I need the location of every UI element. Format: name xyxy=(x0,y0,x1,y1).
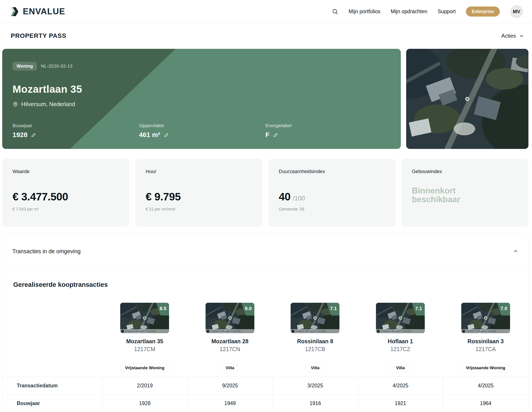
fact-value-energielabel: F xyxy=(265,131,269,139)
chevron-up-icon[interactable] xyxy=(513,249,518,254)
map-marker-dot xyxy=(143,316,146,320)
property-card-address: Mozartlaan 35 xyxy=(126,338,163,345)
transaction-date-cell: 2/2019 xyxy=(102,377,187,394)
nav-item-mijn-opdrachten[interactable]: Mijn opdrachten xyxy=(391,9,428,15)
stat-value-suffix: /100 xyxy=(293,195,305,202)
transactions-section-title: Transacties in de omgeving xyxy=(12,248,81,255)
property-card[interactable]: 7.1 i © Maxar © Mapbox © OpenStr Hoflaan… xyxy=(358,303,443,373)
map-info-icon[interactable]: i xyxy=(292,330,294,333)
transactions-section: Transacties in de omgeving Gerealiseerde… xyxy=(2,234,528,412)
transaction-date-cell: 3/2025 xyxy=(273,377,358,394)
transaction-date-cell: 4/2025 xyxy=(358,377,443,394)
nav-item-support[interactable]: Support xyxy=(438,9,456,15)
brand-logo[interactable]: ENVALUE xyxy=(11,7,65,16)
property-card[interactable]: 8.5 i © Maxar © Mapbox © OpenStr Mozartl… xyxy=(102,303,187,373)
fact-value-bouwjaar: 1928 xyxy=(12,131,28,139)
plan-badge[interactable]: Enterprise xyxy=(466,7,500,17)
row-label-bouwjaar: Bouwjaar xyxy=(2,394,102,412)
stat-label: Huur xyxy=(146,169,252,174)
property-card[interactable]: 7.0 i © Maxar © Mapbox © OpenStr Rossini… xyxy=(443,303,528,373)
property-thumbnail[interactable]: 7.0 i © Maxar © Mapbox © OpenStr xyxy=(461,303,510,333)
property-hero-card: Woning NL-2026-02-13 Mozartlaan 35 Hilve… xyxy=(2,49,401,149)
top-nav: ENVALUE Mijn portfolios Mijn opdrachten … xyxy=(0,0,532,23)
transactions-cards-row: 8.5 i © Maxar © Mapbox © OpenStr Mozartl… xyxy=(2,303,528,373)
page-title: PROPERTY PASS xyxy=(11,32,66,39)
build-year-row: Bouwjaar 19281949191619211964 xyxy=(2,394,528,412)
property-thumbnail[interactable]: 8.5 i © Maxar © Mapbox © OpenStr xyxy=(120,303,169,333)
actions-dropdown[interactable]: Acties xyxy=(501,33,524,39)
map-info-icon[interactable]: i xyxy=(462,330,465,333)
edit-oppervlakte-pencil-icon[interactable] xyxy=(164,132,169,137)
chevron-down-icon xyxy=(519,33,524,38)
property-thumbnail[interactable]: 7.1 i © Maxar © Mapbox © OpenStr xyxy=(291,303,339,333)
map-attribution: i © Maxar © Mapbox © OpenStr xyxy=(120,329,169,333)
property-card-postcode: 1217CA xyxy=(475,346,496,353)
stat-label: Duurzaamheidsindex xyxy=(279,169,385,174)
transaction-date-row: Transactiedatum 2/20199/20253/20254/2025… xyxy=(2,377,528,394)
map-marker-dot xyxy=(465,97,469,101)
stat-value: € 9.795 xyxy=(146,191,252,203)
property-card-address: Rossinilaan 3 xyxy=(467,338,504,345)
stat-value: € 3.477.500 xyxy=(12,191,119,203)
property-card-address: Mozartlaan 28 xyxy=(211,338,248,345)
property-card-postcode: 1217CZ xyxy=(390,346,410,353)
property-type-badge: Woning xyxy=(12,62,37,70)
transaction-date-cell: 4/2025 xyxy=(443,377,528,394)
row-label-transactiedatum: Transactiedatum xyxy=(2,377,102,394)
map-marker-dot xyxy=(399,316,402,320)
property-satellite-image[interactable] xyxy=(406,49,528,149)
property-card[interactable]: 7.1 i © Maxar © Mapbox © OpenStr Rossini… xyxy=(273,303,358,373)
stat-card-duurzaamheidsindex: Duurzaamheidsindex 40 /100 Gemeente: 58 xyxy=(268,159,395,227)
location-pin-icon xyxy=(12,101,18,107)
edit-bouwjaar-pencil-icon[interactable] xyxy=(31,132,36,137)
nav-item-mijn-portfolios[interactable]: Mijn portfolios xyxy=(349,9,380,15)
map-attribution: i © Maxar © Mapbox © OpenStr xyxy=(376,329,425,333)
property-location: Hilversum, Nederland xyxy=(21,101,75,107)
stat-label: Gebouwindex xyxy=(412,169,518,174)
fact-label-oppervlakte: Oppervlakte xyxy=(139,123,266,128)
stat-card-gebouwindex: Gebouwindex Binnenkort beschikbaar xyxy=(402,159,529,227)
build-year-cell: 1916 xyxy=(273,394,358,412)
stat-sub: € 21 per m²/mnd xyxy=(146,207,252,211)
map-attribution: i © Maxar © Mapbox © OpenStr xyxy=(291,329,339,333)
map-info-icon[interactable]: i xyxy=(206,330,209,333)
map-attribution: i © Maxar © Mapbox © OpenStr xyxy=(461,329,510,333)
property-card-postcode: 1217CB xyxy=(305,346,325,353)
fact-label-bouwjaar: Bouwjaar xyxy=(12,123,139,128)
property-thumbnail[interactable]: 7.1 i © Maxar © Mapbox © OpenStr xyxy=(376,303,425,333)
actions-label: Acties xyxy=(501,33,516,39)
build-year-cell: 1921 xyxy=(358,394,443,412)
fact-label-energielabel: Energielabel xyxy=(265,123,392,128)
stat-sub: € 7.543 per m² xyxy=(12,207,119,211)
property-card-address: Rossinilaan 8 xyxy=(297,338,333,345)
build-year-cell: 1928 xyxy=(102,394,187,412)
stat-label: Waarde xyxy=(12,169,119,174)
property-type-pill: Vrijstaande Woning xyxy=(461,363,511,373)
property-card[interactable]: 8.0 i © Maxar © Mapbox © OpenStr Mozartl… xyxy=(187,303,273,373)
property-address-title: Mozartlaan 35 xyxy=(12,83,390,95)
user-avatar[interactable]: MV xyxy=(510,5,523,18)
property-card-address: Hoflaan 1 xyxy=(388,338,413,345)
row-label-spacer xyxy=(2,303,102,373)
stat-placeholder: Binnenkort beschikbaar xyxy=(412,187,475,204)
map-marker-dot xyxy=(228,316,231,320)
stat-sub: Gemeente: 58 xyxy=(279,207,385,211)
fact-value-oppervlakte: 461 m² xyxy=(139,131,160,139)
transactions-section-header[interactable]: Transacties in de omgeving xyxy=(2,234,528,268)
subsection-title: Gerealiseerde kooptransacties xyxy=(13,281,528,288)
transaction-date-cell: 9/2025 xyxy=(187,377,273,394)
property-type-pill: Villa xyxy=(391,363,410,373)
map-marker-dot xyxy=(314,316,317,320)
property-type-pill: Villa xyxy=(306,363,325,373)
map-info-icon[interactable]: i xyxy=(121,330,124,333)
map-attribution: i © Maxar © Mapbox © OpenStr xyxy=(206,329,254,333)
map-marker-dot xyxy=(484,316,487,320)
search-icon[interactable] xyxy=(332,9,338,15)
edit-energielabel-pencil-icon[interactable] xyxy=(273,132,278,137)
map-info-icon[interactable]: i xyxy=(377,330,380,333)
stat-card-huur: Huur € 9.795 € 21 per m²/mnd xyxy=(135,159,262,227)
stat-card-waarde: Waarde € 3.477.500 € 7.543 per m² xyxy=(2,159,129,227)
property-type-pill: Villa xyxy=(220,363,240,373)
property-thumbnail[interactable]: 8.0 i © Maxar © Mapbox © OpenStr xyxy=(206,303,254,333)
property-type-pill: Vrijstaande Woning xyxy=(120,363,170,373)
